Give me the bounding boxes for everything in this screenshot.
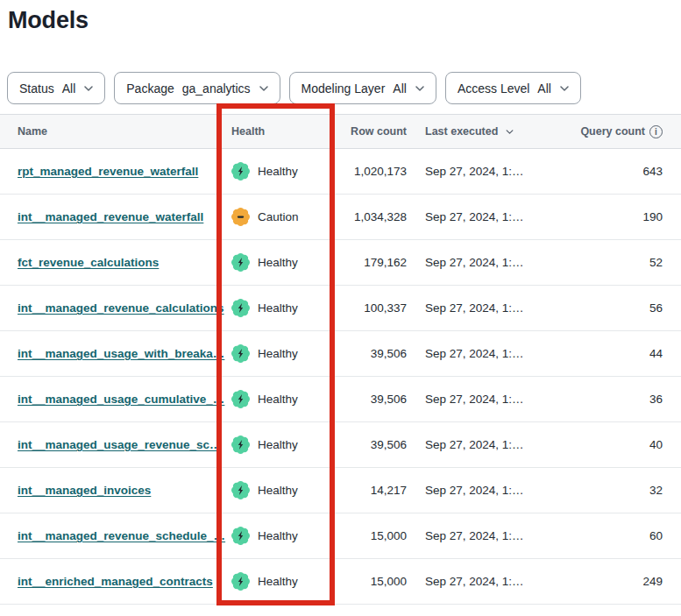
filters-bar: Status All Package ga_analytics Modeling…: [7, 72, 581, 104]
last-executed-cell: Sep 27, 2024, 1:…: [407, 301, 576, 315]
model-name-link[interactable]: int__managed_usage_revenue_sc…: [18, 438, 222, 451]
health-status-icon: [231, 162, 250, 181]
models-page: Models Status All Package ga_analytics M…: [0, 0, 681, 616]
last-executed-cell: Sep 27, 2024, 1:…: [407, 256, 576, 269]
filter-access-level[interactable]: Access Level All: [445, 72, 581, 104]
filter-value: All: [393, 81, 407, 96]
query-count-cell: 44: [576, 347, 681, 360]
row-count-cell: 39,506: [337, 347, 407, 360]
model-name-link[interactable]: int__managed_revenue_calculations: [18, 301, 224, 315]
table-row: int__managed_revenue_calculations Health…: [0, 286, 681, 331]
last-executed-cell: Sep 27, 2024, 1:…: [407, 438, 576, 451]
query-count-cell: 643: [576, 165, 681, 178]
health-cell: Healthy: [231, 253, 337, 272]
query-count-cell: 56: [576, 301, 681, 315]
model-name-link[interactable]: int__managed_revenue_waterfall: [18, 210, 203, 223]
model-name-link[interactable]: int__managed_usage_cumulative_…: [18, 393, 224, 406]
health-cell: Healthy: [231, 435, 337, 454]
health-status-label: Healthy: [258, 165, 298, 178]
chevron-down-icon: [259, 86, 268, 91]
column-header-row-count: Row count: [337, 125, 407, 138]
info-icon[interactable]: i: [649, 125, 663, 138]
last-executed-cell: Sep 27, 2024, 1:…: [407, 393, 576, 406]
chevron-down-icon: [415, 86, 424, 91]
filter-label: Access Level: [458, 81, 529, 96]
health-status-icon: [231, 344, 250, 363]
filter-status[interactable]: Status All: [7, 72, 105, 104]
query-count-cell: 249: [576, 575, 681, 588]
health-cell: Healthy: [231, 299, 337, 317]
health-status-icon: [231, 572, 250, 591]
health-status-icon: [231, 208, 250, 226]
table-body: rpt_managed_revenue_waterfall Healthy: [0, 149, 681, 605]
models-table: Name Health Row count Last executed Quer…: [0, 114, 681, 605]
filter-label: Status: [19, 81, 54, 96]
model-name-link[interactable]: int__managed_invoices: [18, 484, 151, 497]
health-status-label: Healthy: [258, 438, 298, 451]
filter-value: All: [537, 81, 551, 96]
row-count-cell: 100,337: [337, 301, 407, 315]
filter-value: ga_analytics: [182, 81, 251, 96]
health-cell: Healthy: [231, 527, 337, 545]
health-status-label: Healthy: [258, 301, 298, 315]
row-count-cell: 1,034,328: [337, 210, 407, 223]
column-header-last-executed: Last executed: [407, 125, 576, 138]
last-executed-cell: Sep 27, 2024, 1:…: [407, 484, 576, 497]
row-count-cell: 15,000: [337, 529, 407, 542]
last-executed-cell: Sep 27, 2024, 1:…: [407, 575, 576, 588]
model-name-link[interactable]: rpt_managed_revenue_waterfall: [18, 165, 198, 178]
model-name-link[interactable]: fct_revenue_calculations: [18, 256, 159, 269]
table-row: int__managed_usage_revenue_sc… Healthy: [0, 422, 681, 468]
health-status-label: Healthy: [258, 529, 298, 542]
page-title: Models: [8, 7, 89, 34]
health-status-label: Healthy: [258, 347, 298, 360]
column-header-health: Health: [231, 125, 337, 138]
health-status-label: Caution: [258, 210, 299, 223]
filter-package[interactable]: Package ga_analytics: [114, 72, 280, 104]
health-status-label: Healthy: [258, 484, 298, 497]
query-count-cell: 32: [576, 484, 681, 497]
table-header: Name Health Row count Last executed Quer…: [0, 114, 681, 149]
table-row: int__managed_revenue_waterfall Caution: [0, 195, 681, 240]
table-row: fct_revenue_calculations Healthy 1: [0, 240, 681, 286]
table-row: int__managed_usage_with_breaka… Healthy: [0, 331, 681, 377]
health-cell: Caution: [231, 208, 337, 226]
health-status-icon: [231, 527, 250, 545]
column-header-name: Name: [0, 125, 231, 138]
row-count-cell: 15,000: [337, 575, 407, 588]
model-name-link[interactable]: int__managed_usage_with_breaka…: [18, 347, 224, 360]
filter-modeling-layer[interactable]: Modeling Layer All: [289, 72, 436, 104]
health-status-icon: [231, 390, 250, 408]
row-count-cell: 179,162: [337, 256, 407, 269]
last-executed-cell: Sep 27, 2024, 1:…: [407, 347, 576, 360]
health-cell: Healthy: [231, 572, 337, 591]
health-status-label: Healthy: [258, 575, 298, 588]
table-row: int__managed_revenue_schedule_… Healthy: [0, 513, 681, 559]
query-count-cell: 40: [576, 438, 681, 451]
chevron-down-icon: [560, 86, 569, 91]
query-count-cell: 36: [576, 393, 681, 406]
row-count-cell: 1,020,173: [337, 165, 407, 178]
model-name-link[interactable]: int__managed_revenue_schedule_…: [18, 529, 225, 542]
row-count-cell: 39,506: [337, 393, 407, 406]
health-status-icon: [231, 299, 250, 317]
query-count-cell: 52: [576, 256, 681, 269]
last-executed-cell: Sep 27, 2024, 1:…: [407, 529, 576, 542]
filter-label: Modeling Layer: [301, 81, 386, 96]
filter-label: Package: [126, 81, 174, 96]
health-status-icon: [231, 253, 250, 272]
row-count-cell: 39,506: [337, 438, 407, 451]
model-name-link[interactable]: int__enriched_managed_contracts: [18, 575, 213, 588]
health-status-label: Healthy: [258, 256, 298, 269]
health-cell: Healthy: [231, 344, 337, 363]
health-status-label: Healthy: [258, 393, 298, 406]
table-row: int__managed_invoices Healthy 14,2: [0, 468, 681, 513]
column-header-label: Last executed: [425, 125, 498, 138]
sort-last-executed[interactable]: Last executed: [425, 125, 514, 138]
last-executed-cell: Sep 27, 2024, 1:…: [407, 165, 576, 178]
health-status-icon: [231, 481, 250, 499]
table-row: int__managed_usage_cumulative_… Healthy: [0, 377, 681, 422]
filter-value: All: [62, 81, 76, 96]
table-row: rpt_managed_revenue_waterfall Healthy: [0, 149, 681, 195]
last-executed-cell: Sep 27, 2024, 1:…: [407, 210, 576, 223]
